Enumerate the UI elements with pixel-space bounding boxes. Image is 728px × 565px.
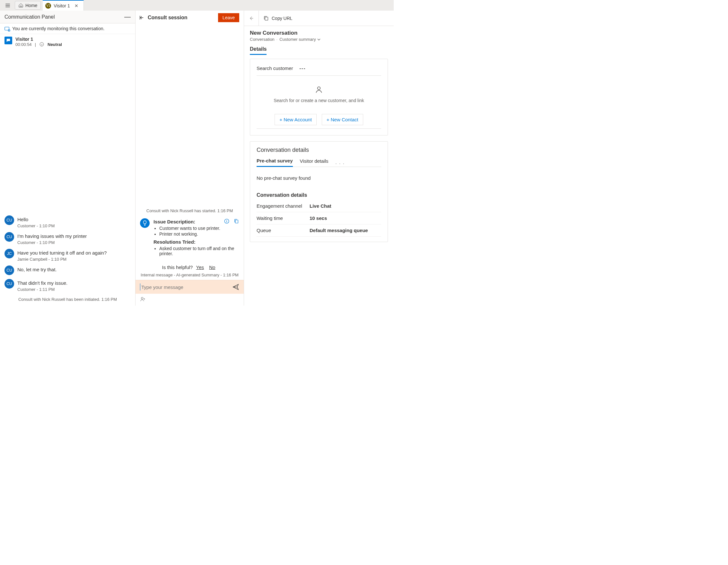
internal-message-meta: Internal message - AI-generated Summary … (136, 273, 244, 280)
svg-point-3 (40, 42, 44, 46)
svg-rect-10 (265, 17, 268, 20)
tab-close-button[interactable]: ✕ (73, 3, 80, 8)
minimize-button[interactable]: — (124, 13, 131, 21)
conversation-details-subheading: Conversation details (257, 189, 381, 200)
detail-key: Engagement channel (257, 203, 310, 209)
detail-key: Queue (257, 228, 310, 233)
no-survey-text: No pre-chat survey found (257, 167, 381, 189)
chat-message: CUI'm having issues with my printerCusto… (4, 232, 131, 245)
message-meta: Jamie Campbell - 1:10 PM (17, 257, 107, 262)
session-item[interactable]: Visitor 1 00:00:54 | Neutral (0, 34, 135, 49)
sentiment-label: Neutral (48, 42, 62, 47)
tab-label: Visitor 1 (54, 3, 70, 8)
issue-item: Printer not working. (159, 232, 239, 237)
search-customer-label: Search customer (257, 66, 293, 71)
copy-url-label: Copy URL (272, 16, 293, 21)
tab-overflow[interactable]: . . . (336, 160, 345, 165)
leave-button[interactable]: Leave (218, 13, 239, 22)
home-icon (18, 3, 23, 8)
new-account-button[interactable]: + New Account (275, 114, 316, 125)
message-text: That didn't fix my issue. (17, 280, 67, 286)
message-text: I'm having issues with my printer (17, 234, 87, 239)
monitor-icon (4, 27, 10, 32)
chat-message: CUThat didn't fix my issue.Customer - 1:… (4, 279, 131, 292)
consult-started-text: Consult with Nick Russell has started. 1… (136, 207, 244, 215)
tab-prechat-survey[interactable]: Pre-chat survey (257, 158, 293, 167)
compose-input[interactable] (140, 284, 229, 290)
helpful-no[interactable]: No (209, 265, 215, 270)
search-customer-value[interactable]: --- (299, 66, 306, 71)
chat-message: CUNo, let me try that. (4, 266, 131, 275)
avatar: JC (4, 249, 14, 259)
person-icon (315, 85, 323, 94)
back-arrow-icon (249, 16, 254, 21)
helpful-question: Is this helpful? (162, 265, 193, 270)
copy-url-icon (263, 15, 269, 21)
chat-message: CUHelloCustomer - 1:10 PM (4, 216, 131, 228)
home-label: Home (25, 3, 37, 8)
comm-panel-title: Communication Panel (4, 14, 55, 20)
monitor-text: You are currently monitoring this conver… (12, 26, 104, 31)
avatar: CU (4, 279, 14, 288)
detail-value: Default messaging queue (310, 228, 368, 233)
resolution-item: Asked customer to turn off and on the pr… (159, 246, 239, 256)
copy-icon[interactable] (233, 218, 239, 224)
svg-point-9 (141, 297, 143, 299)
record-heading: New Conversation (250, 30, 388, 36)
message-meta: Customer - 1:10 PM (17, 224, 55, 228)
conversation-details-title: Conversation details (257, 147, 381, 154)
text-cursor (140, 283, 140, 290)
avatar: CU (4, 266, 14, 275)
message-text: Have you tried turning it off and on aga… (17, 250, 107, 256)
tab-details[interactable]: Details (250, 46, 267, 55)
avatar: CU (4, 232, 14, 242)
svg-point-4 (41, 44, 41, 44)
back-button[interactable] (244, 11, 259, 26)
tab-visitor-details[interactable]: Visitor details (300, 158, 329, 166)
message-text: No, let me try that. (17, 267, 57, 272)
chat-session-icon (4, 37, 12, 44)
sentiment-neutral-icon (39, 42, 44, 47)
detail-key: Waiting time (257, 216, 310, 221)
issue-heading: Issue Description: (153, 219, 224, 225)
ai-bulb-icon (140, 218, 150, 228)
detail-row: QueueDefault messaging queue (257, 225, 381, 237)
issue-item: Customer wants to use printer. (159, 226, 239, 231)
svg-point-5 (42, 44, 42, 44)
home-tab[interactable]: Home (15, 1, 41, 10)
copy-url-button[interactable]: Copy URL (259, 15, 293, 21)
message-meta: Customer - 1:11 PM (17, 287, 67, 292)
new-contact-button[interactable]: + New Contact (322, 114, 363, 125)
resolutions-heading: Resolutions Tried: (153, 239, 239, 245)
chevron-down-icon (317, 38, 320, 41)
hamburger-menu[interactable] (2, 0, 13, 11)
info-icon[interactable] (224, 218, 230, 224)
detail-value: Live Chat (310, 203, 331, 209)
chat-message: JCHave you tried turning it off and on a… (4, 249, 131, 262)
detail-value: 10 secs (310, 216, 327, 221)
svg-point-7 (226, 220, 227, 221)
avatar: CU (4, 216, 14, 225)
detail-row: Engagement channelLive Chat (257, 200, 381, 212)
session-title: Visitor 1 (15, 37, 62, 42)
empty-customer-text: Search for or create a new customer, and… (257, 98, 381, 103)
send-icon[interactable] (232, 283, 239, 290)
view-selector[interactable]: Customer summary (279, 37, 320, 42)
add-participant-icon[interactable] (140, 296, 146, 302)
svg-rect-8 (235, 220, 238, 223)
compose-area[interactable] (136, 280, 244, 294)
detail-row: Waiting time10 secs (257, 212, 381, 225)
tab-badge: V1 (45, 3, 51, 9)
message-text: Hello (17, 217, 55, 222)
message-meta: Customer - 1:10 PM (17, 240, 87, 245)
session-tab[interactable]: V1 Visitor 1 ✕ (43, 0, 83, 11)
session-timer: 00:00:54 (15, 42, 32, 47)
consult-title: Consult session (148, 15, 188, 21)
crumb-entity: Conversation (250, 37, 275, 42)
svg-point-11 (318, 87, 320, 90)
svg-point-2 (9, 30, 9, 31)
helpful-yes[interactable]: Yes (196, 265, 204, 270)
hamburger-icon (5, 3, 11, 8)
collapse-left-icon[interactable] (139, 15, 145, 21)
system-message: Consult with Nick Russell has been initi… (4, 296, 131, 302)
